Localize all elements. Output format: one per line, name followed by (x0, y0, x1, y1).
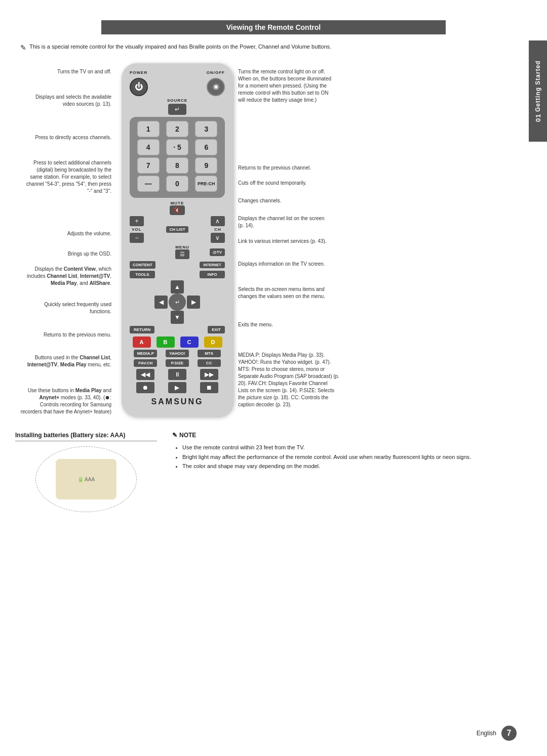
pause-button[interactable]: ⏸ (168, 369, 186, 380)
btn-d[interactable]: D (204, 337, 222, 348)
left-annotations: Turns the TV on and off. Displays and se… (15, 63, 116, 416)
nav-cross: ▲ ◀ ↵ ▶ ▼ (130, 280, 225, 324)
btn-1[interactable]: 1 (137, 121, 160, 137)
ch-down-button[interactable]: ∨ (211, 233, 225, 243)
battery-section: Installing batteries (Battery size: AAA)… (15, 432, 157, 512)
note-list: Use the remote control within 23 feet fr… (172, 443, 532, 471)
intro-text: This is a special remote control for the… (29, 43, 331, 51)
onoff-button[interactable]: ☀ (207, 78, 225, 96)
menu-icon[interactable]: ☰ (175, 249, 189, 259)
btn-5[interactable]: · 5 (166, 139, 188, 155)
nav-row-bottom: ▼ (171, 311, 184, 324)
ann-exit-right: Exits the menu. (238, 321, 329, 328)
source-section: SOURCE ↵ (130, 98, 225, 115)
ch-col: ∧ CH ∨ (211, 216, 225, 243)
nav-up-button[interactable]: ▲ (171, 280, 184, 293)
nav-row-top: ▲ (171, 280, 184, 293)
nav-right-button[interactable]: ▶ (187, 296, 200, 309)
chapter-label: Getting Started (534, 60, 541, 112)
section-title: Viewing the Remote Control (101, 20, 446, 34)
battery-image: 🔋 AAA (35, 446, 137, 512)
btn-9[interactable]: 9 (195, 157, 217, 174)
ff-button[interactable]: ▶▶ (200, 369, 218, 380)
mute-button[interactable]: 🔇 (170, 205, 185, 215)
psize-button[interactable]: P.SIZE (166, 359, 189, 367)
menu-atv-row: MENU ☰ @TV (130, 245, 225, 259)
playback-row-2: ⏺ ▶ ⏹ (130, 382, 225, 393)
right-annotations: Turns the remote control light on or off… (238, 63, 339, 416)
vol-col: + VOL − (130, 216, 144, 243)
btn-prech[interactable]: PRE-CH (195, 176, 217, 192)
return-button[interactable]: RETURN (130, 326, 154, 333)
atv-button[interactable]: @TV (210, 248, 225, 256)
btn-c[interactable]: C (180, 337, 199, 348)
note-section: ✎ NOTE Use the remote control within 23 … (172, 432, 532, 512)
ann-additional: Press to select additional channels (dig… (23, 159, 111, 195)
btn-8[interactable]: 8 (166, 157, 188, 174)
playback-row-1: ◀◀ ⏸ ▶▶ (130, 369, 225, 380)
ann-onoff-right: Turns the remote control light on or off… (238, 68, 334, 104)
chapter-number: 01 (534, 114, 542, 122)
num-row-2: 4 · 5 6 (134, 139, 221, 155)
btn-0[interactable]: 0 (166, 176, 188, 192)
cc-button[interactable]: CC (198, 359, 221, 367)
vol-down-button[interactable]: − (130, 233, 144, 243)
rewind-button[interactable]: ◀◀ (136, 369, 154, 380)
note-item-1: Use the remote control within 23 feet fr… (182, 443, 532, 452)
btn-dash[interactable]: — (137, 176, 160, 192)
favch-button[interactable]: FAV.CH (134, 359, 157, 367)
ann-source: Displays and selects the available video… (25, 94, 111, 108)
ann-ch-change-right: Changes channels. (238, 197, 329, 204)
ann-buttons: Buttons used in the Channel List, Intern… (25, 354, 111, 368)
tools-info-row: TOOLS INFO (130, 271, 225, 278)
nav-left-button[interactable]: ◀ (154, 296, 168, 309)
source-button[interactable]: ↵ (168, 104, 186, 115)
stop-button[interactable]: ⏹ (200, 382, 218, 393)
ann-ch-list-right: Displays the channel list on the screen … (238, 215, 329, 229)
ann-info-right: Displays information on the TV screen. (238, 261, 329, 268)
media-row-1: MEDIA.P YAHOO! MTS (130, 350, 225, 357)
content-button[interactable]: CONTENT (130, 261, 155, 269)
ann-tools: Quickly select frequently used functions… (30, 301, 111, 315)
tools-button[interactable]: TOOLS (130, 271, 155, 278)
ann-mediap-right: MEDIA.P: Displays Media Play (p. 33). YA… (238, 352, 339, 408)
ann-mute-right: Cuts off the sound temporarily. (238, 180, 329, 187)
ann-media-play: Use these buttons in Media Play and Anyn… (20, 387, 111, 415)
vol-up-button[interactable]: + (130, 216, 144, 226)
btn-a[interactable]: A (133, 337, 151, 348)
power-button[interactable]: ⏻ (130, 78, 148, 96)
note-pencil-icon: ✎ (172, 432, 177, 439)
power-onoff-row: ⏻ ☀ (130, 78, 225, 96)
number-pad: 1 2 3 4 · 5 6 7 8 9 — (130, 117, 225, 198)
num-row-3: 7 8 9 (134, 157, 221, 174)
content-row: CONTENT INTERNET (130, 261, 225, 269)
info-button[interactable]: INFO (200, 271, 225, 278)
note-item-2: Bright light may affect the performance … (182, 452, 532, 462)
nav-center-button[interactable]: ↵ (169, 293, 186, 311)
mute-label: MUTE (130, 201, 225, 205)
record-button[interactable]: ⏺ (136, 382, 154, 393)
ch-up-button[interactable]: ∧ (211, 216, 225, 226)
mts-button[interactable]: MTS (198, 350, 221, 357)
remote-area: POWER ON/OFF ⏻ ☀ SOURCE ↵ 1 2 (122, 63, 233, 416)
onoff-label: ON/OFF (207, 70, 225, 75)
btn-b[interactable]: B (157, 337, 175, 348)
page-container: 01 Getting Started Viewing the Remote Co… (0, 0, 547, 756)
internet-button[interactable]: INTERNET (200, 262, 225, 268)
exit-button[interactable]: EXIT (208, 326, 225, 333)
media-row-2: FAV.CH P.SIZE CC (130, 359, 225, 367)
btn-4[interactable]: 4 (137, 139, 160, 155)
btn-6[interactable]: 6 (195, 139, 217, 155)
btn-3[interactable]: 3 (195, 121, 217, 137)
vol-label: VOL (132, 227, 141, 232)
page-number: 7 (501, 726, 517, 741)
btn-2[interactable]: 2 (166, 121, 188, 137)
note-title: ✎ NOTE (172, 432, 532, 439)
chlist-button[interactable]: CH LIST (166, 226, 188, 233)
play-button[interactable]: ▶ (168, 382, 186, 393)
power-label: POWER (130, 70, 147, 75)
mediap-button[interactable]: MEDIA.P (134, 350, 157, 357)
yahoo-button[interactable]: YAHOO! (166, 350, 189, 357)
nav-down-button[interactable]: ▼ (171, 311, 184, 324)
btn-7[interactable]: 7 (137, 157, 160, 174)
